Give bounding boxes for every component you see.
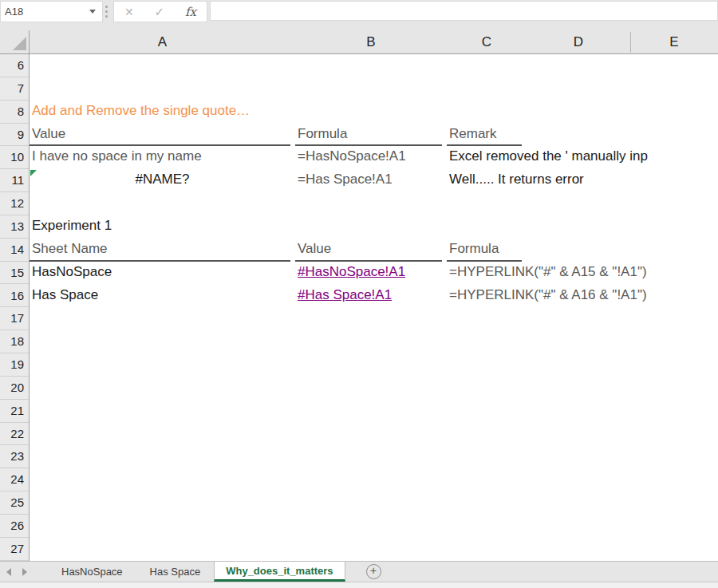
row-header-27[interactable]: 27 [0,538,29,561]
cell-C10[interactable]: Excel removed the ' manually inp [447,146,648,169]
row-header-13[interactable]: 13 [0,215,29,239]
cell-C11[interactable]: Well..... It returns error [447,169,584,192]
row-header-6[interactable]: 6 [0,54,29,77]
select-all-corner[interactable] [0,30,30,53]
row-header-19[interactable]: 19 [0,353,29,377]
column-header-C[interactable]: C [447,30,527,53]
next-sheet-icon[interactable] [22,568,27,576]
cell-C15[interactable]: =HYPERLINK("#" & A15 & "!A1") [447,262,647,285]
cell-B10[interactable]: =HasNoSpace!A1 [295,146,406,169]
cell-A8[interactable]: Add and Remove the single quote… [30,101,250,124]
name-box[interactable]: A18 [0,1,103,22]
formula-toolbar: A18 ✕ ✓ fx [0,0,718,30]
cell-A10[interactable]: I have no space in my name [30,146,202,169]
error-indicator-icon [30,170,37,176]
name-box-dropdown-icon[interactable] [89,10,96,14]
cell-C16[interactable]: =HYPERLINK("#" & A16 & "!A1") [447,285,647,308]
column-header-E[interactable]: E [630,30,718,53]
cell-C14[interactable]: Formula [447,239,522,262]
sheet-tab-bar: HasNoSpaceHas SpaceWhy_does_it_matters + [0,562,718,582]
sheet-tab-why-does-it-matters[interactable]: Why_does_it_matters [214,562,345,582]
row-header-24[interactable]: 24 [0,468,29,491]
sheet-tab-hasnospace[interactable]: HasNoSpace [48,562,136,582]
row-header-9[interactable]: 9 [0,124,29,147]
cell-A16[interactable]: Has Space [30,285,98,308]
column-separator-d-e [630,32,631,53]
cell-A14[interactable]: Sheet Name [30,239,290,262]
row-header-16[interactable]: 16 [0,285,29,308]
row-header-25[interactable]: 25 [0,491,29,515]
column-header-D[interactable]: D [527,30,630,53]
row-header-12[interactable]: 12 [0,192,29,215]
enter-icon[interactable]: ✓ [155,5,165,19]
row-header-15[interactable]: 15 [0,262,29,285]
sheet-tab-has-space[interactable]: Has Space [136,562,215,582]
row-header-7[interactable]: 7 [0,77,29,101]
cell-A9[interactable]: Value [30,124,290,147]
row-header-14[interactable]: 14 [0,239,29,262]
row-header-17[interactable]: 17 [0,307,29,330]
select-all-triangle-icon [13,37,26,50]
prev-sheet-icon[interactable] [6,568,11,576]
insert-function-icon[interactable]: fx [185,5,196,19]
row-header-column: 6789101112131415161718192021222324252627 [0,54,30,561]
column-header-B[interactable]: B [295,30,447,53]
plus-icon: + [366,564,381,579]
column-header-row: ABCDE [0,30,718,54]
cell-A13[interactable]: Experiment 1 [30,215,112,239]
cell-A15[interactable]: HasNoSpace [30,262,112,285]
cell-B16[interactable]: #Has Space!A1 [295,285,392,308]
name-box-value: A18 [1,6,89,18]
excel-window: A18 ✕ ✓ fx ABCDE 67891011121314151617181… [0,0,718,588]
tab-navigation [0,562,48,582]
formula-buttons: ✕ ✓ fx [113,1,207,22]
cell-B14[interactable]: Value [295,239,442,262]
row-header-21[interactable]: 21 [0,400,29,423]
cell-A11[interactable]: #NAME? [30,169,295,192]
cell-B11[interactable]: =Has Space!A1 [295,169,393,192]
add-sheet-button[interactable]: + [366,562,381,582]
formula-bar-input[interactable] [210,1,718,21]
cell-B9[interactable]: Formula [295,124,442,147]
row-header-11[interactable]: 11 [0,169,29,192]
sheet-grid[interactable]: Add and Remove the single quote…ValueFor… [30,54,718,561]
cell-C9[interactable]: Remark [447,124,522,147]
status-strip [0,582,718,588]
row-header-22[interactable]: 22 [0,423,29,446]
column-header-A[interactable]: A [30,30,295,53]
row-header-20[interactable]: 20 [0,377,29,400]
toolbar-drag-separator [105,6,108,18]
cancel-icon[interactable]: ✕ [124,6,134,18]
row-header-18[interactable]: 18 [0,330,29,353]
sheet-tabs: HasNoSpaceHas SpaceWhy_does_it_matters [48,562,345,582]
cell-B15[interactable]: #HasNoSpace!A1 [295,262,405,285]
row-header-26[interactable]: 26 [0,515,29,538]
row-header-10[interactable]: 10 [0,146,29,169]
row-header-23[interactable]: 23 [0,445,29,468]
row-header-8[interactable]: 8 [0,101,29,124]
